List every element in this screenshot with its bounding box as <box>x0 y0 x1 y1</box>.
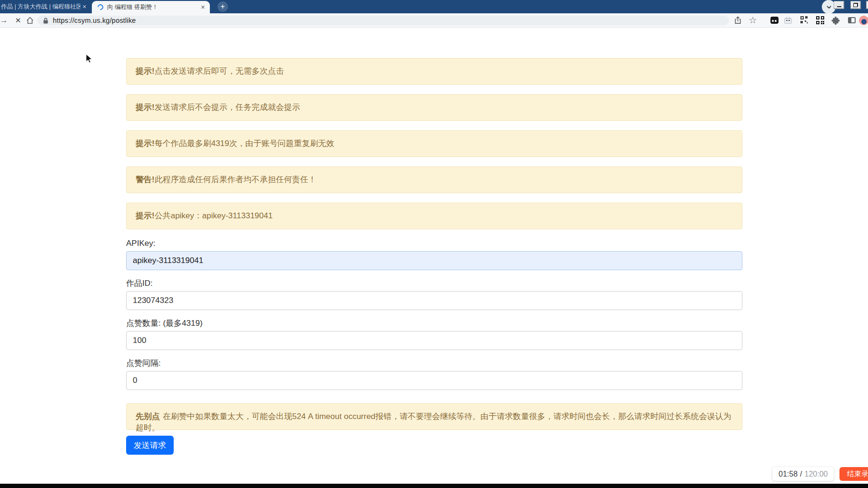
close-window-button[interactable] <box>866 1 868 9</box>
browser-toolbar: → ✕ https://csym.us.kg/postlike ☆ <box>0 13 868 28</box>
tab-close-icon[interactable]: ✕ <box>201 4 205 10</box>
work-id-input[interactable] <box>126 291 742 310</box>
share-button[interactable] <box>732 13 743 27</box>
alert-public-apikey: 提示!公共apikey：apikey-3113319041 <box>126 203 742 229</box>
send-request-button[interactable]: 发送请求 <box>126 436 174 455</box>
form-container: 提示!点击发送请求后即可，无需多次点击 提示!发送请求后不会提示，任务完成就会提… <box>126 28 742 455</box>
like-interval-input[interactable] <box>126 371 742 390</box>
side-panel-icon <box>848 17 856 23</box>
new-tab-button[interactable]: + <box>217 1 228 12</box>
chevron-down-icon <box>826 4 832 10</box>
bookmark-star-button[interactable]: ☆ <box>748 13 758 27</box>
tab-title: 作品 | 方块大作战 | 编程猫社区 <box>1 3 80 11</box>
stop-recording-button[interactable]: 结束录制 <box>839 467 868 481</box>
minimize-button[interactable] <box>834 1 844 9</box>
extensions-puzzle-button[interactable] <box>830 13 841 27</box>
bottom-letterbox-bar <box>0 484 868 488</box>
qr-scan-extension-icon[interactable] <box>799 13 809 27</box>
side-panel-button[interactable] <box>847 13 857 27</box>
like-count-field-group: 点赞数量: (最多4319) <box>126 319 742 350</box>
browser-titlebar: 作品 | 方块大作战 | 编程猫社区 ✕ 向 编程猫 搭刷赞！ ✕ + <box>0 0 868 13</box>
minimize-icon <box>837 6 841 7</box>
forward-button[interactable]: → <box>0 13 9 27</box>
alert-tip-2: 提示!发送请求后不会提示，任务完成就会提示 <box>126 94 742 121</box>
apikey-input[interactable] <box>126 251 742 270</box>
address-bar[interactable]: https://csym.us.kg/postlike <box>37 16 729 25</box>
puzzle-icon <box>831 16 840 25</box>
tab-postlike-active[interactable]: 向 编程猫 搭刷赞！ ✕ <box>92 1 210 13</box>
restore-icon <box>853 3 858 7</box>
recording-elapsed: 01:58 <box>779 470 798 478</box>
alert-timeout-note: 先别点在刷赞中如果数量太大，可能会出现524 A timeout occurre… <box>126 403 742 430</box>
like-interval-label: 点赞间隔: <box>126 359 742 368</box>
qr-code-extension-icon[interactable] <box>815 13 825 27</box>
loading-spinner-icon <box>97 3 105 11</box>
alert-warning: 警告!此程序造成任何后果作者均不承担任何责任！ <box>126 166 742 193</box>
recording-timer: 01:58 / 120:00 <box>772 467 834 481</box>
stop-loading-button[interactable]: ✕ <box>13 13 23 27</box>
web-page: 提示!点击发送请求后即可，无需多次点击 提示!发送请求后不会提示，任务完成就会提… <box>0 28 868 484</box>
work-id-label: 作品ID: <box>126 279 742 288</box>
like-count-label: 点赞数量: (最多4319) <box>126 319 742 328</box>
url-text: https://csym.us.kg/postlike <box>53 17 136 24</box>
tab-community[interactable]: 作品 | 方块大作战 | 编程猫社区 ✕ <box>0 0 89 13</box>
like-interval-field-group: 点赞间隔: <box>126 359 742 390</box>
like-count-input[interactable] <box>126 331 742 350</box>
tab-close-icon[interactable]: ✕ <box>82 4 87 10</box>
alert-tip-3: 提示!每个作品最多刷4319次，由于账号问题重复刷无效 <box>126 130 742 157</box>
recording-total: 120:00 <box>805 470 828 478</box>
lock-icon <box>43 17 49 24</box>
restore-button[interactable] <box>850 1 861 9</box>
alert-tip-1: 提示!点击发送请求后即可，无需多次点击 <box>126 58 742 85</box>
home-icon <box>26 16 34 25</box>
apikey-label: APIKey: <box>126 239 742 248</box>
adblock-extension-icon[interactable] <box>769 13 779 27</box>
cat-extension-icon[interactable] <box>783 13 793 27</box>
share-icon <box>733 16 742 25</box>
apikey-field-group: APIKey: <box>126 239 742 270</box>
tab-title: 向 编程猫 搭刷赞！ <box>107 3 198 11</box>
profile-avatar[interactable] <box>858 13 868 27</box>
home-button[interactable] <box>25 13 35 27</box>
work-id-field-group: 作品ID: <box>126 279 742 310</box>
